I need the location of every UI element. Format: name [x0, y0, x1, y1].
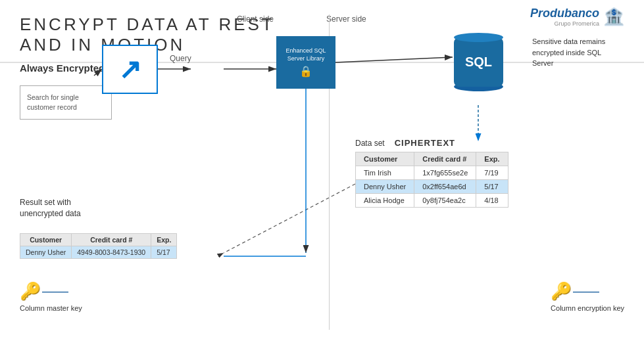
big-row-2-exp: 4/18	[476, 194, 508, 208]
big-table-col-customer: Customer	[356, 152, 414, 166]
small-table-col-credit: Credit card #	[72, 234, 151, 246]
small-table-col-exp: Exp.	[151, 234, 177, 246]
small-table: Customer Credit card # Exp. Denny Usher …	[20, 233, 177, 259]
cylinder-body: SQL	[454, 37, 503, 87]
big-row-0-credit: 1x7fg655se2e	[414, 166, 476, 180]
small-row-credit: 4949-8003-8473-1930	[72, 246, 151, 259]
cylinder-top	[454, 33, 503, 42]
client-label: Client side	[237, 14, 274, 24]
key-left-icon: 🔑	[20, 281, 41, 302]
arrow-box: ↗	[102, 45, 158, 94]
always-encrypted-label: Always Encrypted	[20, 62, 105, 74]
client-server-labels: Client side Server side	[237, 14, 366, 24]
right-table-section: Data set CIPHERTEXT Customer Credit card…	[355, 138, 508, 208]
data-set-header: Data set CIPHERTEXT	[355, 138, 508, 148]
big-row-2-customer: Alicia Hodge	[356, 194, 414, 208]
sensitive-data-text: Sensitive data remains encrypted inside …	[532, 36, 624, 69]
key-right-label: Column encryption key	[551, 304, 624, 312]
search-box: Search for single customer record	[20, 85, 112, 120]
sql-library-box: Enhanced SQL Server Library 🔒	[276, 36, 335, 89]
ciphertext-label: CIPHERTEXT	[395, 138, 455, 148]
svg-line-8	[224, 184, 355, 253]
key-left-label: Column master key	[20, 304, 82, 312]
big-table: Customer Credit card # Exp. Tim Irish 1x…	[355, 152, 508, 208]
key-left-area: 🔑 — — Column master key	[20, 281, 82, 312]
data-set-label: Data set	[355, 139, 385, 148]
table-row: Alicia Hodge 0y8fj754ea2c 4/18	[356, 194, 508, 208]
sql-label: SQL	[465, 55, 492, 70]
small-row-exp: 5/17	[151, 246, 177, 259]
search-box-label: Search for single customer record	[27, 93, 105, 112]
query-label: Query	[170, 54, 191, 63]
key-right-icon3: —	[586, 284, 599, 299]
key-left-icon2: —	[42, 284, 55, 299]
key-right-icon: 🔑	[551, 281, 572, 302]
arrow-up-right-icon: ↗	[118, 53, 141, 85]
big-row-1-credit: 0x2ff654ae6d	[414, 180, 476, 194]
key-left-icon3: —	[55, 284, 68, 299]
logo-icon: 🏦	[603, 7, 624, 27]
key-right-icon2: —	[573, 284, 586, 299]
lock-icon: 🔒	[299, 65, 312, 78]
library-title: Enhanced SQL Server Library	[280, 47, 332, 62]
big-row-1-customer: Denny Usher	[356, 180, 414, 194]
big-row-0-exp: 7/19	[476, 166, 508, 180]
big-row-2-credit: 0y8fj754ea2c	[414, 194, 476, 208]
big-table-col-credit: Credit card #	[414, 152, 476, 166]
result-set-label: Result set with unencrypted data	[20, 197, 81, 219]
sql-cylinder: SQL	[454, 33, 503, 91]
small-row-customer: Denny Usher	[20, 246, 72, 259]
small-table-col-customer: Customer	[20, 234, 72, 246]
logo-subtitle: Grupo Promerica	[530, 20, 599, 27]
big-row-0-customer: Tim Irish	[356, 166, 414, 180]
server-label: Server side	[326, 14, 366, 24]
table-row: Tim Irish 1x7fg655se2e 7/19	[356, 166, 508, 180]
big-table-col-exp: Exp.	[476, 152, 508, 166]
logo-name: Produbanco	[530, 7, 599, 20]
table-row: Denny Usher 4949-8003-8473-1930 5/17	[20, 246, 177, 259]
big-row-1-exp: 5/17	[476, 180, 508, 194]
key-right-area: 🔑 — — Column encryption key	[551, 281, 624, 312]
table-row: Denny Usher 0x2ff654ae6d 5/17	[356, 180, 508, 194]
logo-area: Produbanco Grupo Promerica 🏦	[530, 7, 624, 27]
